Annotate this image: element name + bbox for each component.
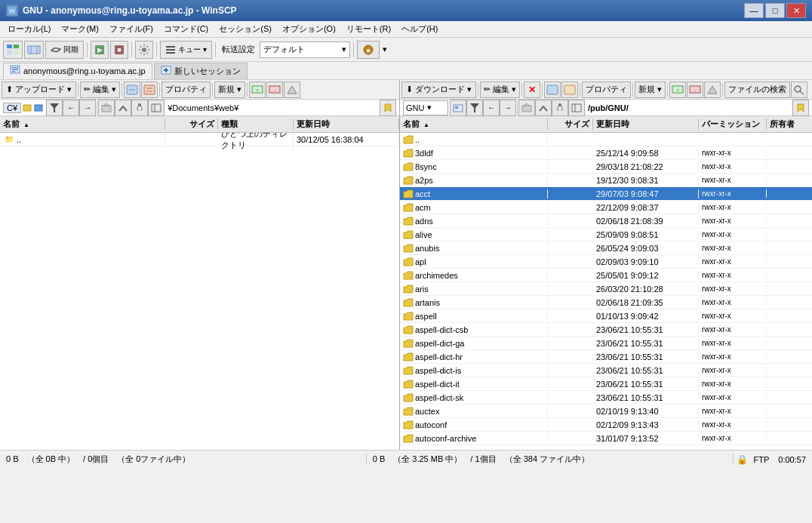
remote-nav-icon2[interactable] [535, 100, 552, 116]
remote-properties-button[interactable]: プロパティ [582, 82, 631, 98]
maximize-button[interactable]: □ [765, 3, 785, 18]
remote-edit-button[interactable]: ✏ 編集 ▾ [480, 82, 520, 98]
remote-icon3[interactable]: + [669, 82, 686, 98]
remote-download-button[interactable]: ⬇ ダウンロード ▾ [401, 82, 476, 98]
remote-col-perm-header[interactable]: パーミッション [699, 118, 767, 130]
tab-session[interactable]: anonymous@ring.u-toyama.ac.jp [3, 63, 152, 79]
local-nav-filter[interactable] [46, 100, 63, 116]
remote-new-button[interactable]: 新規 ▾ [635, 82, 666, 98]
window-controls[interactable]: — □ ✕ [744, 3, 806, 18]
remote-nav-icon3[interactable] [552, 100, 568, 116]
remote-col-date-header[interactable]: 更新日時 [593, 118, 699, 130]
tb-arrow[interactable]: ▾ [383, 45, 387, 54]
menu-session[interactable]: セッション(S) [214, 22, 276, 36]
remote-file-row[interactable]: aspell-dict-hr 23/06/21 10:55:31 rwxr-xr… [400, 350, 812, 364]
local-icon4[interactable]: - [266, 82, 283, 98]
queue-button[interactable]: キュー ▾ [160, 41, 212, 59]
remote-file-row[interactable]: apl 02/09/03 9:09:10 rwxr-xr-x [400, 255, 812, 269]
local-icon2[interactable] [141, 82, 158, 98]
remote-file-row[interactable]: a2ps 19/12/30 9:08:31 rwxr-xr-x [400, 174, 812, 187]
remote-col-owner-header[interactable]: 所有者 [767, 118, 812, 130]
tb-icon1[interactable] [3, 41, 23, 59]
remote-nav-back[interactable]: ← [483, 100, 500, 116]
remote-nav-icon4[interactable] [568, 100, 585, 116]
remote-bookmark[interactable] [792, 100, 809, 116]
remote-search-icon[interactable] [791, 82, 807, 98]
remote-file-row[interactable]: autoconf 02/12/09 9:13:43 rwxr-xr-x [400, 418, 812, 432]
remote-file-row[interactable]: alive 25/09/09 9:08:51 rwxr-xr-x [400, 228, 812, 242]
remote-nav-forward[interactable]: → [500, 100, 516, 116]
transfer-dropdown[interactable]: デフォルト ▾ [260, 42, 350, 58]
remote-file-row[interactable]: aspell-dict-ga 23/06/21 10:55:31 rwxr-xr… [400, 337, 812, 350]
remote-icon4[interactable]: - [687, 82, 703, 98]
remote-file-date: 23/06/21 10:55:31 [593, 352, 699, 361]
local-icon5[interactable] [284, 82, 300, 98]
local-col-name-header[interactable]: 名前 ▲ [0, 118, 165, 130]
remote-nav-icon1[interactable] [518, 100, 535, 116]
remote-file-date: 02/06/18 21:08:39 [593, 217, 699, 226]
remote-col-size-header[interactable]: サイズ [548, 118, 593, 130]
local-bookmark[interactable] [380, 100, 396, 116]
remote-file-row[interactable]: autoconf-archive 31/01/07 9:13:52 rwxr-x… [400, 432, 812, 445]
remote-file-search-button[interactable]: ファイルの検索 [724, 82, 790, 98]
remote-icon1[interactable] [544, 82, 561, 98]
local-file-row-dotdot[interactable]: 📁 .. ひとつ上のディレクトリ 30/12/05 16:38:04 [0, 133, 399, 146]
local-properties-button[interactable]: プロパティ [161, 82, 211, 98]
remote-file-row[interactable]: aspell 01/10/13 9:09:42 rwxr-xr-x [400, 309, 812, 323]
tab-new-session[interactable]: 新しいセッション [154, 63, 248, 79]
local-icon1[interactable] [124, 82, 140, 98]
menu-mark[interactable]: マーク(M) [57, 22, 103, 36]
tb-icon3[interactable]: ▶ [91, 41, 109, 59]
remote-file-row[interactable]: anubis 26/05/24 9:09:03 rwxr-xr-x [400, 242, 812, 255]
remote-server-dropdown[interactable]: GNU ▾ [403, 100, 448, 115]
menu-remote[interactable]: リモート(R) [342, 22, 395, 36]
remote-file-row[interactable]: auctex 02/10/19 9:13:40 rwxr-xr-x [400, 405, 812, 418]
remote-icon2[interactable] [561, 82, 578, 98]
local-nav-back[interactable]: ← [63, 100, 79, 116]
local-col-size-header[interactable]: サイズ [165, 118, 218, 130]
remote-filter-btn[interactable] [466, 100, 483, 116]
remote-file-row[interactable]: .. [400, 133, 812, 146]
tb-icon2[interactable] [24, 41, 44, 59]
remote-file-row[interactable]: aspell-dict-sk 23/06/21 10:55:31 rwxr-xr… [400, 391, 812, 405]
tb-icon4[interactable]: ■ [110, 41, 128, 59]
menu-command[interactable]: コマンド(C) [159, 22, 213, 36]
remote-file-row[interactable]: acct 29/07/03 9:08:47 rwxr-xr-x [400, 187, 812, 201]
menu-file[interactable]: ファイル(F) [105, 22, 158, 36]
svg-marker-59 [524, 103, 530, 106]
local-drive[interactable]: C¥ [3, 103, 21, 113]
remote-col-name-header[interactable]: 名前 ▲ [400, 118, 548, 130]
local-nav-forward[interactable]: → [79, 100, 96, 116]
local-col-type-header[interactable]: 種類 [218, 118, 294, 130]
remote-drive-icon[interactable] [450, 100, 466, 116]
local-upload-button[interactable]: ⬆ アップロード ▾ [2, 82, 76, 98]
minimize-button[interactable]: — [744, 3, 764, 18]
local-nav-icon2[interactable] [115, 100, 131, 116]
remote-file-row[interactable]: aspell-dict-csb 23/06/21 10:55:31 rwxr-x… [400, 323, 812, 337]
menu-local[interactable]: ローカル(L) [3, 22, 55, 36]
remote-file-row[interactable]: archimedes 25/05/01 9:09:12 rwxr-xr-x [400, 269, 812, 282]
local-nav-icon3[interactable] [131, 100, 148, 116]
close-button[interactable]: ✕ [786, 3, 806, 18]
local-icon3[interactable]: + [249, 82, 266, 98]
menu-help[interactable]: ヘルプ(H) [397, 22, 442, 36]
remote-file-row[interactable]: aris 26/03/20 21:10:28 rwxr-xr-x [400, 282, 812, 296]
remote-file-row[interactable]: aspell-dict-is 23/06/21 10:55:31 rwxr-xr… [400, 364, 812, 377]
gear-button[interactable] [135, 41, 153, 59]
local-nav-icon1[interactable] [98, 100, 115, 116]
tb-bookmark[interactable]: ★ [357, 41, 380, 59]
local-edit-button[interactable]: ✏ 編集 ▾ [80, 82, 120, 98]
remote-file-row[interactable]: 3dldf 25/12/14 9:09:58 rwxr-xr-x [400, 146, 812, 160]
local-new-button[interactable]: 新規 ▾ [214, 82, 245, 98]
local-col-date-header[interactable]: 更新日時 [294, 118, 399, 130]
remote-file-row[interactable]: 8sync 29/03/18 21:08:22 rwxr-xr-x [400, 160, 812, 174]
menu-option[interactable]: オプション(O) [278, 22, 340, 36]
remote-delete-button[interactable]: ✕ [524, 82, 540, 98]
remote-file-row[interactable]: acm 22/12/09 9:08:37 rwxr-xr-x [400, 201, 812, 214]
remote-file-row[interactable]: aspell-dict-it 23/06/21 10:55:31 rwxr-xr… [400, 377, 812, 391]
remote-file-row[interactable]: adns 02/06/18 21:08:39 rwxr-xr-x [400, 214, 812, 228]
local-nav-icon4[interactable] [148, 100, 165, 116]
remote-file-row[interactable]: artanis 02/06/18 21:09:35 rwxr-xr-x [400, 296, 812, 309]
sync-button[interactable]: 同期 [45, 41, 84, 59]
remote-icon5[interactable] [704, 82, 721, 98]
